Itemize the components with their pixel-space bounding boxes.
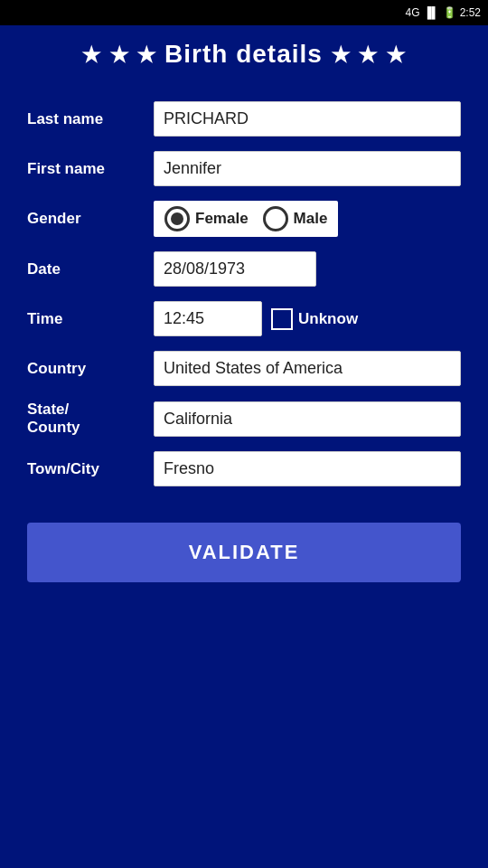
time-label: Time: [27, 310, 145, 328]
male-label: Male: [294, 210, 328, 228]
state-label: State/County: [27, 401, 145, 437]
gender-female-option[interactable]: Female: [164, 206, 249, 231]
town-input[interactable]: [154, 451, 461, 486]
last-name-input[interactable]: [154, 101, 461, 137]
state-row: State/County: [27, 401, 461, 437]
unknow-section: Unknow: [271, 308, 358, 330]
clock: 2:52: [460, 6, 481, 19]
male-radio[interactable]: [263, 206, 288, 231]
battery-icon: 🔋: [443, 6, 456, 19]
date-label: Date: [27, 260, 145, 278]
star-icon-right: ★ ★ ★: [331, 42, 407, 67]
unknow-label: Unknow: [298, 310, 358, 328]
time-input[interactable]: [154, 301, 262, 336]
status-bar: 4G ▐▌ 🔋 2:52: [0, 0, 488, 25]
first-name-input[interactable]: [154, 151, 461, 186]
female-radio[interactable]: [164, 206, 190, 231]
birth-details-form: Last name First name Gender Female Male …: [0, 83, 488, 505]
time-row: Time Unknow: [27, 301, 461, 336]
star-icon-left: ★ ★ ★: [81, 42, 164, 67]
date-row: Date: [27, 251, 461, 287]
network-indicator: 4G: [406, 6, 420, 19]
town-label: Town/City: [27, 460, 145, 478]
female-label: Female: [195, 210, 249, 228]
page-title: ★ ★ ★ Birth details ★ ★ ★: [18, 40, 470, 69]
first-name-label: First name: [27, 160, 145, 178]
last-name-row: Last name: [27, 101, 461, 137]
gender-label: Gender: [27, 210, 145, 228]
last-name-label: Last name: [27, 110, 145, 128]
gender-male-option[interactable]: Male: [263, 206, 328, 231]
first-name-row: First name: [27, 151, 461, 186]
country-label: Country: [27, 360, 145, 378]
date-input[interactable]: [154, 251, 316, 287]
country-row: Country: [27, 351, 461, 386]
state-input[interactable]: [154, 401, 461, 437]
validate-button[interactable]: VALIDATE: [27, 523, 461, 582]
country-input[interactable]: [154, 351, 461, 386]
header: ★ ★ ★ Birth details ★ ★ ★: [0, 25, 488, 83]
time-controls: Unknow: [154, 301, 461, 336]
town-row: Town/City: [27, 451, 461, 486]
gender-row: Gender Female Male: [27, 201, 461, 237]
unknow-checkbox[interactable]: [271, 308, 293, 330]
gender-options: Female Male: [154, 201, 338, 237]
signal-icon: ▐▌: [424, 6, 439, 19]
